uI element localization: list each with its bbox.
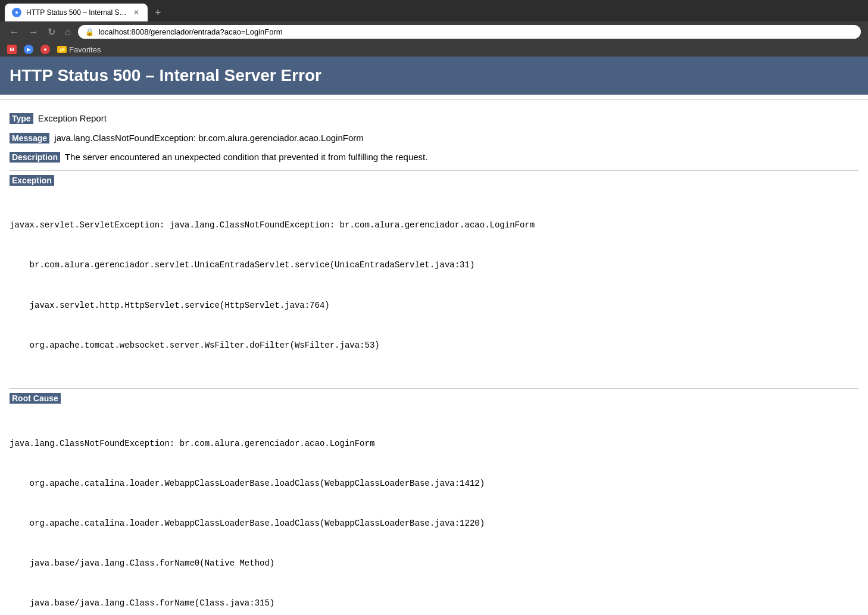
folder-icon: 📁 [57, 46, 67, 53]
root-cause-line4: java.base/java.lang.Class.forName0(Nativ… [10, 557, 858, 570]
bookmark-icon-red: ● [40, 45, 50, 54]
svg-point-1 [15, 11, 18, 14]
type-label: Type [10, 113, 33, 124]
bookmark-favorites[interactable]: 📁 Favorites [57, 45, 101, 54]
exception-code: javax.servlet.ServletException: java.lan… [10, 192, 858, 379]
message-label: Message [10, 133, 49, 143]
new-tab-button[interactable]: + [150, 4, 166, 21]
address-bar[interactable]: 🔒 localhost:8008/gerenciador/entrada?aca… [78, 25, 861, 39]
tab-close-button[interactable]: ✕ [132, 7, 140, 18]
bookmark-blue[interactable]: ▶ [24, 45, 33, 54]
refresh-button[interactable]: ↻ [45, 25, 58, 39]
back-button[interactable]: ← [7, 26, 21, 39]
favorites-label: Favorites [69, 45, 101, 54]
gmail-icon: M [7, 45, 17, 54]
description-row: Description The server encountered an un… [10, 151, 858, 164]
bookmarks-bar: M ▶ ● 📁 Favorites [0, 42, 868, 57]
divider-top [0, 99, 868, 100]
root-cause-line5: java.base/java.lang.Class.forName(Class.… [10, 597, 858, 610]
exception-line4: org.apache.tomcat.websocket.server.WsFil… [10, 339, 858, 352]
exception-line2: br.com.alura.gerenciador.servlet.UnicaEn… [10, 258, 858, 271]
bookmark-gmail[interactable]: M [7, 45, 17, 54]
tab-title: HTTP Status 500 – Internal Server [26, 8, 127, 17]
exception-label: Exception [10, 175, 54, 186]
exception-line1: javax.servlet.ServletException: java.lan… [10, 218, 858, 232]
tab-bar: HTTP Status 500 – Internal Server ✕ + [0, 0, 868, 21]
root-cause-code: java.lang.ClassNotFoundException: br.com… [10, 410, 858, 615]
divider-exception [10, 170, 858, 171]
content-area: Type Exception Report Message java.lang.… [0, 105, 868, 615]
bookmark-icon-blue: ▶ [24, 45, 33, 54]
home-button[interactable]: ⌂ [63, 26, 73, 39]
divider-root-cause [10, 388, 858, 389]
type-value: Exception Report [38, 113, 107, 123]
page-content: HTTP Status 500 – Internal Server Error … [0, 57, 868, 615]
tab-favicon [12, 8, 21, 17]
message-value: java.lang.ClassNotFoundException: br.com… [54, 133, 363, 143]
exception-line3: javax.servlet.http.HttpServlet.service(H… [10, 299, 858, 312]
root-cause-line2: org.apache.catalina.loader.WebappClassLo… [10, 477, 858, 490]
active-tab[interactable]: HTTP Status 500 – Internal Server ✕ [5, 4, 148, 21]
error-header: HTTP Status 500 – Internal Server Error [0, 57, 868, 95]
browser-chrome: HTTP Status 500 – Internal Server ✕ + ← … [0, 0, 868, 57]
root-cause-line1: java.lang.ClassNotFoundException: br.com… [10, 437, 858, 450]
page-title: HTTP Status 500 – Internal Server Error [10, 66, 858, 85]
exception-header: Exception [10, 176, 858, 185]
url-text: localhost:8008/gerenciador/entrada?acao=… [99, 27, 283, 36]
forward-button[interactable]: → [26, 26, 40, 39]
type-row: Type Exception Report [10, 112, 858, 126]
root-cause-header: Root Cause [10, 394, 858, 403]
description-value: The server encountered an unexpected con… [65, 152, 428, 162]
bookmark-red[interactable]: ● [40, 45, 50, 54]
root-cause-line3: org.apache.catalina.loader.WebappClassLo… [10, 517, 858, 530]
lock-icon: 🔒 [85, 28, 94, 36]
nav-bar: ← → ↻ ⌂ 🔒 localhost:8008/gerenciador/ent… [0, 21, 868, 42]
message-row: Message java.lang.ClassNotFoundException… [10, 132, 858, 145]
description-label: Description [10, 152, 60, 163]
root-cause-label: Root Cause [10, 393, 61, 404]
